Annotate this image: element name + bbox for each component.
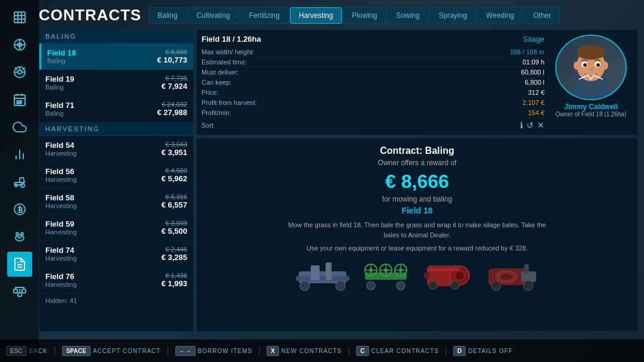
portrait-circle <box>555 35 627 100</box>
field-type-badge: Silage <box>523 35 544 44</box>
for-mowing: for mowing and baling <box>382 195 452 203</box>
svg-point-28 <box>596 63 600 67</box>
detail-row-deliver: Must deliver: 60,800 l <box>202 67 544 78</box>
field-56-name: Field 56 <box>45 167 77 176</box>
hidden-count: Hidden: 41 <box>39 293 193 308</box>
svg-point-53 <box>429 281 437 289</box>
contract-details-bottom: Contract: Baling Owner offers a reward o… <box>196 138 638 332</box>
contract-item-field59[interactable]: Field 59 Harvesting € 3,039 € 5,500 <box>39 215 193 241</box>
est-time-value: 01:09 h <box>522 58 544 66</box>
field-54-price-old: € 3,043 <box>162 141 187 148</box>
tab-plowing[interactable]: Plowing <box>343 7 386 24</box>
owner-offers: Owner offers a reward of <box>378 159 457 167</box>
sidebar-icon-network[interactable] <box>7 279 32 304</box>
sidebar-icon-weather[interactable] <box>7 115 32 140</box>
new-action: NEW CONTRACTS <box>281 348 342 354</box>
equipment-row <box>296 258 539 293</box>
sort-close-icon[interactable]: ✕ <box>537 120 544 130</box>
field-74-name: Field 74 <box>45 246 77 255</box>
contract-item-field74[interactable]: Field 74 Harvesting € 2,446 € 3,285 <box>39 241 193 267</box>
contract-item-field19[interactable]: Field 19 Baling € 7,736 € 7,924 <box>39 70 193 96</box>
contract-item-field76[interactable]: Field 76 Harvesting € 1,436 € 1,993 <box>39 267 193 293</box>
contract-title: Contract: Baling <box>380 146 454 156</box>
field-59-name: Field 59 <box>45 219 77 228</box>
field-59-price-old: € 3,039 <box>162 219 187 227</box>
svg-point-27 <box>583 63 587 67</box>
big-price: € 8,666 <box>385 171 449 193</box>
clear-action: CLEAR CONTRACTS <box>371 348 439 354</box>
contract-item-field71[interactable]: Field 71 Baling € 24,032 € 27,988 <box>39 96 193 122</box>
tab-cultivating[interactable]: Cultivating <box>188 7 239 24</box>
field-18-name: Field 18 <box>47 48 76 57</box>
sidebar-icon-farm[interactable] <box>7 32 32 57</box>
equipment-mower <box>296 258 349 293</box>
sidebar-icon-tractor[interactable] <box>7 169 32 194</box>
price-label: Price: <box>202 89 218 96</box>
field-76-price-old: € 1,436 <box>162 272 187 279</box>
tab-other[interactable]: Other <box>524 7 560 24</box>
sort-icons: ℹ ↺ ✕ <box>520 120 544 130</box>
contract-details-top: Field 18 / 1.26ha Silage Max width/ heig… <box>196 29 638 135</box>
can-keep-label: Can keep: <box>202 79 231 86</box>
contract-item-field18[interactable]: Field 18 Baling € 8,666 € 10,773 <box>39 44 193 70</box>
field-18-price-new: € 10,773 <box>157 55 187 64</box>
tab-spraying[interactable]: Spraying <box>430 7 476 24</box>
field-54-price-new: € 3,951 <box>162 148 187 157</box>
details-table: Field 18 / 1.26ha Silage Max width/ heig… <box>202 35 544 130</box>
bottom-bar: ESC BACK | SPACE ACCEPT CONTRACT | ←→ BO… <box>0 339 644 362</box>
detail-row-time: Estimated time: 01:09 h <box>202 57 544 67</box>
max-width-label: Max width/ height: <box>202 48 255 55</box>
sort-info-icon[interactable]: ℹ <box>520 120 523 130</box>
farmer-portrait: Jimmy Caldwell Owner of Field 18 (1.26ha… <box>549 35 633 130</box>
field-18-type: Baling <box>47 57 76 64</box>
space-key: SPACE <box>62 346 91 356</box>
farmer-name: Jimmy Caldwell <box>564 103 618 111</box>
profit-harvest-value: 2,107 € <box>522 99 544 106</box>
sort-refresh-icon[interactable]: ↺ <box>527 120 534 130</box>
tab-baling[interactable]: Baling <box>148 7 186 24</box>
tab-sowing[interactable]: Sowing <box>387 7 428 24</box>
sidebar-icon-steering[interactable] <box>7 60 32 85</box>
tab-weeding[interactable]: Weeding <box>477 7 523 24</box>
svg-point-62 <box>500 274 512 280</box>
main-content: CONTRACTS Baling Cultivating Fertilizing… <box>39 6 638 338</box>
field-18-price-old: € 8,666 <box>157 48 187 55</box>
svg-rect-15 <box>14 289 17 293</box>
baling-section-header: BALING <box>39 30 193 44</box>
farmer-role: Owner of Field 18 (1.26ha) <box>556 111 627 117</box>
svg-point-59 <box>491 281 501 290</box>
details-action: DETAILS OFF <box>468 348 513 354</box>
sort-label: Sort <box>202 122 213 129</box>
contract-item-field58[interactable]: Field 58 Harvesting € 5,316 € 6,557 <box>39 188 193 215</box>
sidebar-icon-calendar[interactable]: 15 <box>7 87 32 112</box>
equipment-baler <box>422 258 476 293</box>
hotkey-space: SPACE ACCEPT CONTRACT <box>62 346 160 356</box>
field-54-name: Field 54 <box>45 141 77 150</box>
tabs-container: Baling Cultivating Fertilizing Harvestin… <box>148 7 638 24</box>
field-56-type: Harvesting <box>45 176 77 183</box>
tab-harvesting[interactable]: Harvesting <box>290 7 342 24</box>
svg-text:15: 15 <box>16 100 21 105</box>
sidebar-icon-animal[interactable] <box>7 224 32 249</box>
field-56-price-new: € 5,962 <box>162 174 187 183</box>
sidebar-icon-contracts[interactable] <box>7 252 32 277</box>
sidebar-icon-money[interactable] <box>7 197 32 222</box>
sidebar-icon-stats[interactable] <box>7 142 32 167</box>
x-key: X <box>267 346 279 356</box>
svg-point-22 <box>577 45 605 60</box>
detail-row-width: Max width/ height: 166 / 168 m <box>202 47 544 57</box>
hotkey-new: X NEW CONTRACTS <box>267 346 342 356</box>
field-58-price-new: € 6,557 <box>162 200 187 209</box>
field-76-type: Harvesting <box>45 281 77 288</box>
detail-row-keep: Can keep: 6,800 l <box>202 78 544 88</box>
borrow-action: BORROW ITEMS <box>198 348 252 354</box>
field-56-price-old: € 4,580 <box>162 167 187 174</box>
sidebar-icon-map[interactable] <box>7 5 32 30</box>
contract-item-field56[interactable]: Field 56 Harvesting € 4,580 € 5,962 <box>39 162 193 188</box>
field-59-price-new: € 5,500 <box>162 227 187 236</box>
lease-notice: Use your own equipment or lease equipmen… <box>306 245 528 252</box>
field-76-name: Field 76 <box>45 272 77 281</box>
svg-point-52 <box>455 271 465 280</box>
contract-item-field54[interactable]: Field 54 Harvesting € 3,043 € 3,951 <box>39 136 193 162</box>
tab-fertilizing[interactable]: Fertilizing <box>240 7 289 24</box>
